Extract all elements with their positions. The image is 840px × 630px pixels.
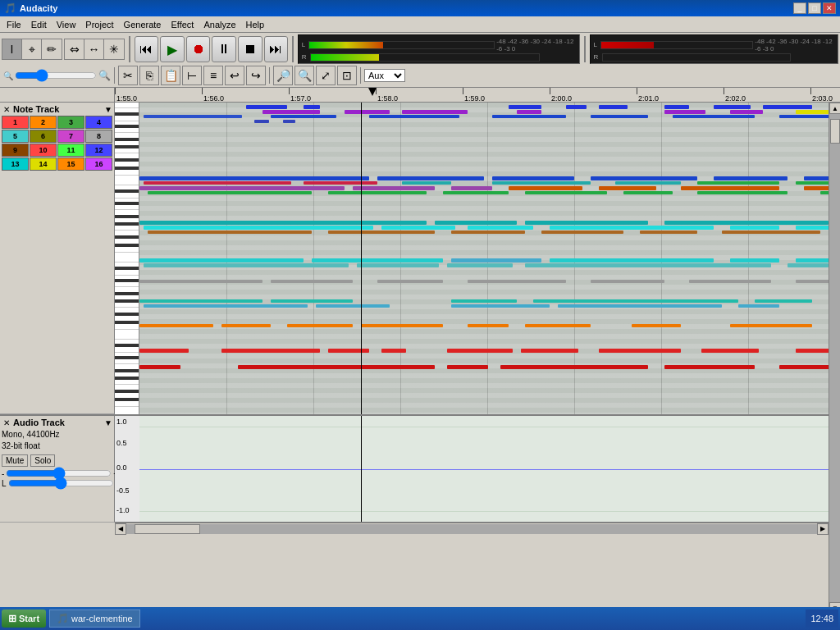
- midi-note: [381, 226, 455, 230]
- undo-button[interactable]: ↩: [225, 66, 244, 85]
- midi-ch-13[interactable]: 13: [2, 158, 29, 171]
- midi-ch-7[interactable]: 7: [57, 130, 84, 143]
- start-button[interactable]: ⊞ Start: [2, 609, 46, 628]
- pan-left-label: L: [2, 479, 7, 488]
- midi-note: [566, 105, 587, 109]
- hscroll-right-button[interactable]: ▶: [817, 523, 829, 535]
- midi-canvas[interactable]: [139, 103, 829, 414]
- midi-note: [820, 191, 829, 194]
- zoom-in-button[interactable]: 🔎: [273, 66, 293, 85]
- hscroll-thumb[interactable]: [135, 524, 200, 534]
- zoom-out-button[interactable]: 🔍: [294, 66, 314, 85]
- midi-ch-8[interactable]: 8: [85, 130, 112, 143]
- pan-slider[interactable]: [8, 478, 114, 488]
- ruler-ticks[interactable]: 1:55.0 1:56.0 1:57.0 1:58.0 1:59.0 2:00.…: [115, 88, 840, 102]
- hscroll-left-button[interactable]: ◀: [115, 523, 126, 535]
- envelope-tool[interactable]: ⌖: [22, 39, 42, 59]
- forward-button[interactable]: ⏭: [264, 36, 289, 62]
- record-button[interactable]: ⏺: [186, 36, 211, 62]
- note-track-close[interactable]: ✕: [2, 104, 11, 114]
- midi-note: [701, 349, 759, 353]
- midi-ch-2[interactable]: 2: [30, 116, 57, 129]
- menu-analyze[interactable]: Analyze: [199, 18, 240, 31]
- zoom-fit-button[interactable]: ⤢: [316, 66, 336, 85]
- midi-note: [730, 324, 812, 327]
- playhead-marker: [372, 88, 377, 96]
- content-area: ✕ Note Track ▼ 1 2 3 4 5 6 7: [0, 103, 840, 614]
- paste-button[interactable]: 📋: [161, 66, 180, 85]
- midi-ch-5[interactable]: 5: [2, 130, 29, 143]
- minimize-button[interactable]: _: [793, 2, 806, 14]
- waveform-gridline-2: [139, 511, 829, 512]
- selection-tool[interactable]: I: [2, 39, 22, 59]
- play-button[interactable]: ▶: [160, 36, 185, 62]
- midi-note: [271, 115, 336, 118]
- zoom-sel-button[interactable]: ⊡: [337, 66, 357, 85]
- timeshift-tool[interactable]: ↔: [84, 39, 104, 59]
- midi-note: [591, 115, 648, 118]
- midi-note: [615, 181, 681, 185]
- mix-dropdown[interactable]: Aux Mix: [364, 69, 405, 82]
- maximize-button[interactable]: □: [808, 2, 821, 14]
- menu-project[interactable]: Project: [80, 18, 118, 31]
- midi-ch-10[interactable]: 10: [30, 144, 57, 157]
- solo-button[interactable]: Solo: [30, 454, 55, 467]
- draw-tool[interactable]: ✏: [42, 39, 62, 59]
- midi-note: [238, 365, 435, 369]
- midi-note: [443, 191, 509, 194]
- audio-waveform[interactable]: 1.0 0.5 0.0 -0.5 -1.0 1.0 0.5 0.0 -0.5 -…: [115, 416, 829, 522]
- midi-ch-4[interactable]: 4: [85, 116, 112, 129]
- hscroll-track[interactable]: [126, 524, 817, 534]
- midi-ch-15[interactable]: 15: [57, 158, 84, 171]
- audio-track-close[interactable]: ✕: [2, 418, 11, 427]
- mute-button[interactable]: Mute: [2, 454, 28, 467]
- midi-ch-11[interactable]: 11: [57, 144, 84, 157]
- midi-note: [788, 263, 829, 267]
- ruler: 1:55.0 1:56.0 1:57.0 1:58.0 1:59.0 2:00.…: [0, 88, 840, 103]
- pause-button[interactable]: ⏸: [212, 36, 236, 62]
- redo-button[interactable]: ↪: [246, 66, 266, 85]
- app-window: 🎵 Audacity _ □ ✕ File Edit View Project …: [0, 0, 840, 630]
- midi-ch-6[interactable]: 6: [30, 130, 57, 143]
- titlebar: 🎵 Audacity _ □ ✕: [0, 0, 840, 16]
- vscroll-track[interactable]: [829, 114, 840, 602]
- menu-view[interactable]: View: [52, 18, 81, 31]
- note-track-menu[interactable]: ▼: [104, 105, 112, 114]
- vscroll-thumb[interactable]: [830, 119, 840, 144]
- menu-edit[interactable]: Edit: [26, 18, 52, 31]
- audio-track-menu[interactable]: ▼: [104, 418, 112, 427]
- copy-button[interactable]: ⎘: [139, 66, 159, 85]
- midi-ch-14[interactable]: 14: [30, 158, 57, 171]
- amp-scale-05: 0.5: [115, 439, 127, 447]
- midi-ch-16[interactable]: 16: [85, 158, 112, 171]
- stop-button[interactable]: ⏹: [238, 36, 262, 62]
- close-button[interactable]: ✕: [823, 2, 836, 14]
- midi-note: [681, 186, 779, 190]
- rewind-button[interactable]: ⏮: [135, 36, 159, 62]
- midi-note: [796, 226, 829, 230]
- midi-ch-9[interactable]: 9: [2, 144, 29, 157]
- midi-ch-12[interactable]: 12: [85, 144, 112, 157]
- menu-file[interactable]: File: [2, 18, 26, 31]
- midi-ch-3[interactable]: 3: [57, 116, 84, 129]
- menu-generate[interactable]: Generate: [119, 18, 167, 31]
- midi-note: [730, 258, 779, 262]
- zoom-slider[interactable]: [15, 69, 97, 82]
- midi-ch-1[interactable]: 1: [2, 116, 29, 129]
- taskbar-window-audacity[interactable]: 🎵 war-clementine: [49, 609, 140, 628]
- multi-tool[interactable]: ✳: [104, 39, 124, 59]
- menu-help[interactable]: Help: [241, 18, 270, 31]
- midi-note: [533, 299, 738, 303]
- menu-effect[interactable]: Effect: [166, 18, 199, 31]
- midi-note: [402, 181, 451, 185]
- midi-note: [550, 258, 714, 262]
- midi-note: [722, 231, 820, 234]
- cut-button[interactable]: ✂: [118, 66, 138, 85]
- silence-button[interactable]: ≡: [203, 66, 223, 85]
- clock-time: 12:48: [810, 614, 833, 623]
- midi-note: [328, 349, 369, 353]
- trim-button[interactable]: ⊢: [182, 66, 202, 85]
- midi-note: [139, 176, 369, 180]
- zoom-tool[interactable]: ⇔: [65, 39, 84, 59]
- vscroll-up-button[interactable]: ▲: [829, 103, 840, 114]
